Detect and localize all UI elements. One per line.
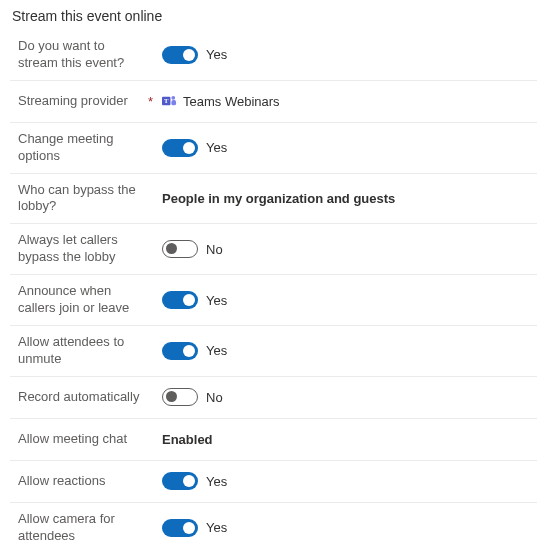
toggle-announce[interactable] <box>162 291 198 309</box>
label-reactions: Allow reactions <box>18 473 148 490</box>
toggle-label-reactions: Yes <box>206 474 227 489</box>
row-reactions: Allow reactions Yes <box>10 461 537 503</box>
row-stream-event: Do you want to stream this event? Yes <box>10 30 537 81</box>
value-chat[interactable]: Enabled <box>162 432 213 447</box>
row-unmute: Allow attendees to unmute Yes <box>10 326 537 377</box>
label-bypass-lobby: Who can bypass the lobby? <box>18 182 148 216</box>
toggle-label-unmute: Yes <box>206 343 227 358</box>
toggle-label-announce: Yes <box>206 293 227 308</box>
row-chat: Allow meeting chat Enabled <box>10 419 537 461</box>
toggle-camera[interactable] <box>162 519 198 537</box>
row-bypass-lobby: Who can bypass the lobby? People in my o… <box>10 174 537 225</box>
toggle-stream-event[interactable] <box>162 46 198 64</box>
row-announce: Announce when callers join or leave Yes <box>10 275 537 326</box>
value-bypass-lobby[interactable]: People in my organization and guests <box>162 191 395 206</box>
toggle-change-options[interactable] <box>162 139 198 157</box>
svg-rect-3 <box>171 100 176 105</box>
label-change-options: Change meeting options <box>18 131 148 165</box>
label-unmute: Allow attendees to unmute <box>18 334 148 368</box>
value-streaming-provider[interactable]: Teams Webinars <box>183 94 280 109</box>
label-record: Record automatically <box>18 389 148 406</box>
toggle-label-camera: Yes <box>206 520 227 535</box>
row-change-options: Change meeting options Yes <box>10 123 537 174</box>
toggle-unmute[interactable] <box>162 342 198 360</box>
row-record: Record automatically No <box>10 377 537 419</box>
row-camera: Allow camera for attendees Yes <box>10 503 537 542</box>
svg-point-2 <box>171 96 175 100</box>
required-indicator: * <box>148 94 160 109</box>
toggle-reactions[interactable] <box>162 472 198 490</box>
label-streaming-provider: Streaming provider <box>18 93 148 110</box>
label-announce: Announce when callers join or leave <box>18 283 148 317</box>
row-streaming-provider: Streaming provider * T Teams Webinars <box>10 81 537 123</box>
toggle-label-change-options: Yes <box>206 140 227 155</box>
toggle-label-record: No <box>206 390 223 405</box>
toggle-label-stream-event: Yes <box>206 47 227 62</box>
row-always-bypass: Always let callers bypass the lobby No <box>10 224 537 275</box>
toggle-label-always-bypass: No <box>206 242 223 257</box>
toggle-record[interactable] <box>162 388 198 406</box>
label-always-bypass: Always let callers bypass the lobby <box>18 232 148 266</box>
section-title: Stream this event online <box>12 8 537 24</box>
label-chat: Allow meeting chat <box>18 431 148 448</box>
svg-text:T: T <box>164 97 169 104</box>
toggle-always-bypass[interactable] <box>162 240 198 258</box>
teams-icon: T <box>162 94 177 109</box>
label-stream-event: Do you want to stream this event? <box>18 38 148 72</box>
label-camera: Allow camera for attendees <box>18 511 148 542</box>
